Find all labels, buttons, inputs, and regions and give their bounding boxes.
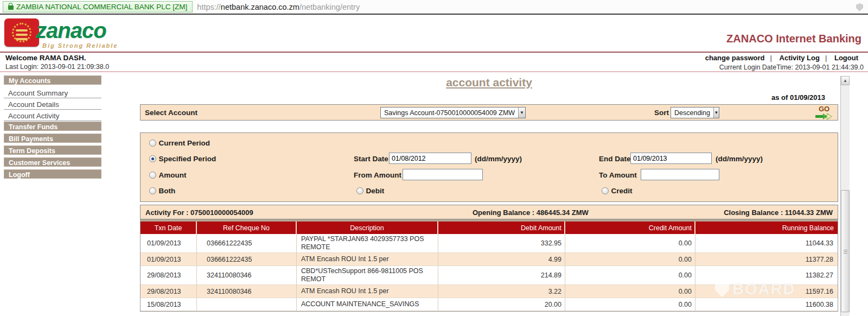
ref-cell: 036661222435 (197, 234, 297, 252)
logo-wordmark: zanaco Big Strong Reliable (36, 18, 118, 49)
account-select-value: Savings Account-0750010000054009 ZMW (381, 108, 518, 118)
credit-cell: 0.00 (565, 266, 695, 285)
debit-label: Debit (366, 187, 384, 195)
current-login: Current Login DateTime: 2013-09-01 21:44… (700, 64, 864, 71)
sort-select[interactable]: Descending ▼ (671, 107, 719, 118)
ev-certificate-badge[interactable]: ZAMBIA NATIONAL COMMERCIAL BANK PLC [ZM] (3, 1, 193, 12)
credit-radio[interactable] (602, 187, 609, 194)
chevron-down-icon[interactable]: ▼ (713, 108, 719, 118)
description-cell: PAYPAL *STARJAN63 4029357733 POS REMOTE (297, 234, 438, 252)
sidebar-item-account-summary[interactable]: Account Summary (4, 87, 101, 98)
zanaco-logo: zanaco Big Strong Reliable (4, 18, 118, 49)
table-row[interactable]: 29/08/2013 324110080346 CBD*USTechSuppor… (141, 266, 838, 285)
debit-radio[interactable] (356, 187, 363, 194)
vertical-scrollbar[interactable]: ▲ (840, 76, 850, 316)
ref-cell: 324110080346 (197, 285, 297, 298)
amount-label: Amount (158, 171, 186, 179)
sidebar-item-account-details[interactable]: Account Details (4, 99, 101, 110)
welcome-message: Welcome RAMA DASH. (5, 54, 109, 62)
credit-cell: 0.00 (565, 234, 695, 252)
table-body: 01/09/2013 036661222435 PAYPAL *STARJAN6… (141, 234, 838, 311)
amount-radio[interactable] (149, 172, 156, 179)
col-header-ref-cheque: Ref Cheque No (197, 222, 297, 234)
sidebar-item-transfer-funds[interactable]: Transfer Funds (4, 122, 101, 131)
txn-date-cell: 29/08/2013 (141, 285, 197, 298)
txn-date-cell: 15/08/2013 (141, 298, 197, 311)
site-header: zanaco Big Strong Reliable ZANACO Intern… (0, 15, 868, 52)
sidebar-item-term-deposits[interactable]: Term Deposits (4, 146, 101, 155)
balance-cell: 11044.33 (695, 234, 837, 252)
sidebar-item-bill-payments[interactable]: Bill Payments (4, 134, 101, 143)
go-button[interactable]: GO (815, 105, 833, 122)
page-title: account activity (140, 76, 838, 89)
specified-period-radio[interactable] (149, 155, 156, 162)
sidebar-item-customer-services[interactable]: Customer Services (4, 157, 101, 167)
to-amount-label: To Amount (599, 171, 637, 179)
sidebar-item-account-activity[interactable]: Account Activity (4, 110, 101, 121)
table-row[interactable]: 15/08/2013 ACCOUNT MAINTENANCE_SAVINGS 2… (141, 298, 838, 311)
sidebar-item-my-accounts[interactable]: My Accounts (4, 75, 101, 85)
pipe-separator: | (770, 54, 772, 62)
ref-cell: 324110080346 (197, 266, 297, 285)
txn-date-cell: 01/09/2013 (141, 234, 197, 252)
col-header-balance: Running Balance (695, 222, 837, 234)
end-date-input[interactable] (630, 153, 712, 164)
current-period-radio[interactable] (149, 140, 156, 147)
debit-cell: 332.95 (438, 234, 565, 252)
scrollbar-thumb[interactable] (841, 190, 850, 312)
both-label: Both (158, 187, 175, 195)
closing-balance: Closing Balance : 11044.33 ZMW (724, 205, 833, 220)
balance-cell: 11597.16 (695, 285, 837, 298)
table-row[interactable]: 01/09/2013 036661222435 PAYPAL *STARJAN6… (141, 234, 838, 253)
chevron-down-icon[interactable]: ▼ (518, 108, 525, 118)
debit-cell: 3.22 (438, 285, 565, 298)
col-header-txn-date: Txn Date (141, 222, 197, 234)
pipe-separator: | (825, 54, 827, 62)
credit-cell: 0.00 (565, 253, 695, 266)
credit-cell: 0.00 (565, 298, 695, 311)
end-date-label: End Date (599, 155, 631, 163)
browser-address-bar[interactable]: ZAMBIA NATIONAL COMMERCIAL BANK PLC [ZM]… (0, 0, 868, 15)
change-password-link[interactable]: change password (705, 54, 765, 62)
col-header-credit: Credit Amount (565, 222, 695, 234)
opening-balance: Opening Balance : 486445.34 ZMW (473, 205, 589, 220)
both-radio[interactable] (149, 187, 156, 194)
debit-cell: 214.89 (438, 266, 565, 285)
from-amount-input[interactable] (403, 169, 483, 180)
description-cell: ATM Encash ROU Int 1.5 per (297, 285, 438, 298)
activity-log-link[interactable]: Activity Log (780, 54, 820, 62)
user-bar: Welcome RAMA DASH. Last Login: 2013-09-0… (0, 53, 868, 72)
table-row[interactable]: 29/08/2013 324110080346 ATM Encash ROU I… (141, 285, 838, 298)
col-header-debit: Debit Amount (438, 222, 565, 234)
logo-text: zanaco (36, 18, 118, 42)
ref-cell (197, 298, 297, 311)
end-date-format: (dd/mm/yyyy) (716, 155, 763, 163)
sort-select-value: Descending (671, 108, 713, 118)
scroll-up-arrow-icon[interactable]: ▲ (841, 76, 850, 85)
lock-icon (8, 5, 14, 10)
table-header-row: Txn Date Ref Cheque No Description Debit… (141, 222, 838, 234)
select-account-bar: Select Account Savings Account-075001000… (140, 104, 838, 121)
description-cell: ATM Encash ROU Int 1.5 per (297, 253, 438, 266)
account-select[interactable]: Savings Account-0750010000054009 ZMW ▼ (380, 107, 526, 118)
filter-panel: Current Period Specified Period Start Da… (140, 132, 838, 202)
sort-label: Sort (654, 105, 669, 121)
sidebar-item-logoff[interactable]: Logoff (4, 169, 101, 179)
start-date-input[interactable] (389, 153, 471, 164)
logout-link[interactable]: Logout (834, 54, 858, 62)
cert-badge-label: ZAMBIA NATIONAL COMMERCIAL BANK PLC [ZM] (16, 3, 187, 11)
col-header-description: Description (297, 222, 438, 234)
go-arrow-icon (815, 113, 833, 120)
ref-cell: 036661222435 (197, 253, 297, 266)
logo-tagline: Big Strong Reliable (42, 42, 118, 49)
description-cell: CBD*USTechSupport 866-9811005 POS REMOT (297, 266, 438, 285)
table-row[interactable]: 01/09/2013 036661222435 ATM Encash ROU I… (141, 253, 838, 266)
balance-cell: 11382.27 (695, 266, 837, 285)
txn-date-cell: 29/08/2013 (141, 266, 197, 285)
current-period-label: Current Period (158, 139, 210, 147)
gear-icon (12, 23, 31, 42)
go-button-label: GO (815, 105, 833, 112)
url-text[interactable]: https://netbank.zanaco.co.zm/netbanking/… (197, 3, 360, 11)
to-amount-input[interactable] (641, 169, 719, 180)
activity-summary-bar: Activity For : 0750010000054009 Opening … (140, 205, 838, 219)
